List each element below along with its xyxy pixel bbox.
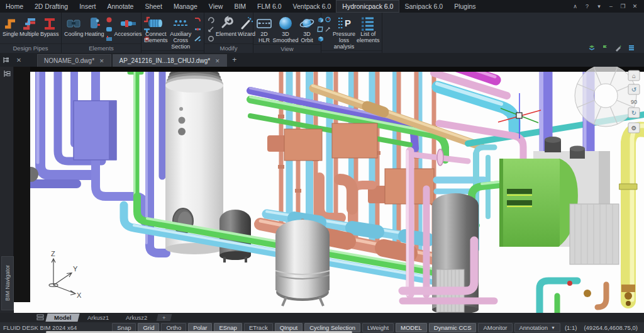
help-icon[interactable]: ?	[582, 2, 592, 11]
single-pipe-icon	[3, 14, 18, 31]
new-layout-button[interactable]: +	[157, 314, 172, 321]
group-label-design-pipes: Design Pipes	[0, 43, 61, 53]
doc-tab-ap-241216-label: AP_241216_IN...18_CHUJ.dwg*	[119, 57, 211, 64]
menu-tab-annotate[interactable]: Annotate	[101, 1, 139, 12]
ribbon-group-design-pipes: Single Multiple Bypass Design Pipes	[0, 13, 62, 53]
menu-tab-sanipack[interactable]: Sanipack 6.0	[399, 1, 448, 12]
close-all-tabs-icon[interactable]: ✕	[13, 53, 25, 67]
menu-tab-insert[interactable]: Insert	[74, 1, 101, 12]
mini-radiator-icon[interactable]	[106, 35, 113, 42]
layout-tab-model[interactable]: Model	[45, 313, 80, 322]
multiple-pipe-icon	[21, 14, 38, 31]
bim-navigator-label: BIM Navigator	[4, 265, 11, 301]
connections-mini-tools	[194, 14, 201, 42]
heating-button[interactable]: Heating	[85, 14, 104, 38]
rotate-ccw-icon: ↺	[631, 86, 636, 93]
auxiliary-cross-section-button[interactable]: Auxiliary Cross Section	[169, 14, 192, 50]
mini-stretch-icon[interactable]	[207, 25, 214, 33]
mini-circle-icon[interactable]	[207, 35, 214, 42]
heating-icon	[87, 14, 101, 31]
doc-tab-noname[interactable]: NONAME_0.dwg* ✕	[37, 54, 111, 67]
bypass-pipe-button[interactable]: Bypass	[40, 14, 59, 38]
nav-rotate-cw-button[interactable]: ↻	[628, 108, 640, 118]
mini-pump-icon[interactable]	[106, 25, 113, 33]
accesories-button[interactable]: Accesories	[114, 14, 142, 38]
menu-tab-ventpack[interactable]: Ventpack 6.0	[287, 1, 337, 12]
annotation-label: Annotation	[519, 324, 548, 331]
mini-pen-icon[interactable]	[614, 44, 622, 52]
layout-tab-arkusz2[interactable]: Arkusz2	[117, 313, 156, 322]
ribbon-group-elements: Cooling Heating Accesories	[62, 13, 142, 53]
menu-tab-2d-drafting[interactable]: 2D Drafting	[29, 1, 74, 12]
menu-tab-manage[interactable]: Manage	[168, 1, 203, 12]
chevron-down-icon[interactable]: ▾	[594, 2, 604, 11]
modify-element-button[interactable]: Element	[216, 14, 236, 38]
menu-tab-hydronicpack[interactable]: Hydronicpack 6.0	[336, 1, 399, 12]
bim-tree-icon[interactable]	[3, 69, 11, 78]
3d-smoothed-button[interactable]: 3D Smoothed	[274, 14, 297, 44]
accesories-icon	[119, 14, 137, 31]
restore-icon[interactable]: ❐	[618, 2, 628, 11]
toggle-lweight[interactable]: LWeight	[362, 323, 394, 332]
toggle-dynamic-ccs[interactable]: Dynamic CCS	[429, 323, 477, 332]
viewport[interactable]: ⌂ ↺ 90 ↻ ⚙	[14, 67, 644, 313]
mini-angle-icon[interactable]	[194, 35, 201, 42]
menu-tab-plugins[interactable]: Plugins	[448, 1, 481, 12]
3d-orbit-button[interactable]: 3D Orbit	[299, 14, 315, 44]
doc-tab-noname-close-icon[interactable]: ✕	[99, 58, 104, 64]
menu-tab-flm[interactable]: FLM 6.0	[252, 1, 287, 12]
new-document-tab-button[interactable]: +	[228, 53, 242, 67]
cooling-button[interactable]: Cooling	[64, 14, 84, 38]
nav-rotate-ccw-button[interactable]: ↺	[628, 84, 640, 94]
elements-mini-tools-1	[106, 14, 113, 42]
layout-list-icon[interactable]	[35, 314, 46, 321]
ribbon-group-tools: P Pressure loss analysis List of element…	[321, 13, 382, 53]
mini-layers-icon[interactable]	[588, 44, 596, 52]
2d-hlr-button[interactable]: 2D HLR	[256, 14, 272, 44]
mini-report-icon[interactable]	[324, 25, 331, 33]
left-rail: BIM Navigator	[0, 67, 14, 313]
list-of-elements-button[interactable]: List of elements	[357, 14, 380, 44]
toggle-model-space[interactable]: MODEL	[396, 323, 427, 332]
toggle-amonitor[interactable]: AMonitor	[478, 323, 512, 332]
mini-table-icon[interactable]	[628, 44, 635, 52]
doc-tab-ap-241216[interactable]: AP_241216_IN...18_CHUJ.dwg* ✕	[113, 54, 227, 67]
auxiliary-cross-section-icon	[172, 14, 189, 31]
layout-tab-arkusz1[interactable]: Arkusz1	[79, 313, 118, 322]
mini-join-icon[interactable]	[194, 16, 201, 23]
mini-flag-icon[interactable]	[601, 44, 609, 52]
group-label-view: View	[253, 44, 321, 53]
ribbon: Single Multiple Bypass Design Pipes	[0, 13, 644, 54]
ribbon-group-modify: Element Wizard Modify	[204, 13, 253, 53]
menu-tab-bim[interactable]: BIM	[228, 1, 252, 12]
multiple-pipe-button[interactable]: Multiple	[19, 14, 39, 38]
mini-valve-icon[interactable]	[106, 16, 113, 23]
connect-elements-button[interactable]: Connect Elements	[144, 14, 168, 44]
ribbon-pin-icon[interactable]: ∧	[570, 2, 580, 11]
bypass-pipe-icon	[42, 14, 57, 31]
nav-settings-button[interactable]: ⚙	[628, 123, 640, 133]
magic-wand-icon	[239, 14, 254, 31]
viewport-canvas[interactable]: ⌂ ↺ 90 ↻ ⚙	[14, 67, 644, 313]
drawing-tree-icon[interactable]	[0, 53, 13, 67]
annotation-dropdown[interactable]: Annotation ▼	[514, 323, 560, 332]
menu-tab-sheet[interactable]: Sheet	[139, 1, 167, 12]
cursor-coordinates: (49264.6,4608.75,0)	[581, 324, 640, 331]
single-pipe-button[interactable]: Single	[3, 14, 18, 38]
status-bar: FLUID DESK BIM 2024 x64 Snap Grid Ortho …	[0, 322, 644, 333]
nav-home-button[interactable]: ⌂	[628, 71, 640, 81]
minimize-icon[interactable]: –	[606, 2, 616, 11]
3d-smoothed-sphere-icon	[278, 14, 293, 31]
mini-split-icon[interactable]	[194, 25, 201, 33]
wizard-button[interactable]: Wizard	[238, 14, 255, 38]
bim-navigator-tab[interactable]: BIM Navigator	[1, 256, 14, 310]
close-icon[interactable]: ✕	[630, 2, 640, 11]
pressure-loss-analysis-button[interactable]: P Pressure loss analysis	[333, 14, 355, 50]
mini-gauge-icon[interactable]	[324, 16, 331, 23]
mini-rotate-icon[interactable]	[207, 16, 214, 23]
doc-tab-ap-close-icon[interactable]: ✕	[215, 58, 220, 64]
menu-tab-view[interactable]: View	[203, 1, 229, 12]
menu-tab-home[interactable]: Home	[0, 1, 29, 12]
ribbon-group-connections: Connect Elements Auxiliary Cross Section…	[142, 13, 204, 53]
connect-elements-icon	[147, 14, 165, 31]
